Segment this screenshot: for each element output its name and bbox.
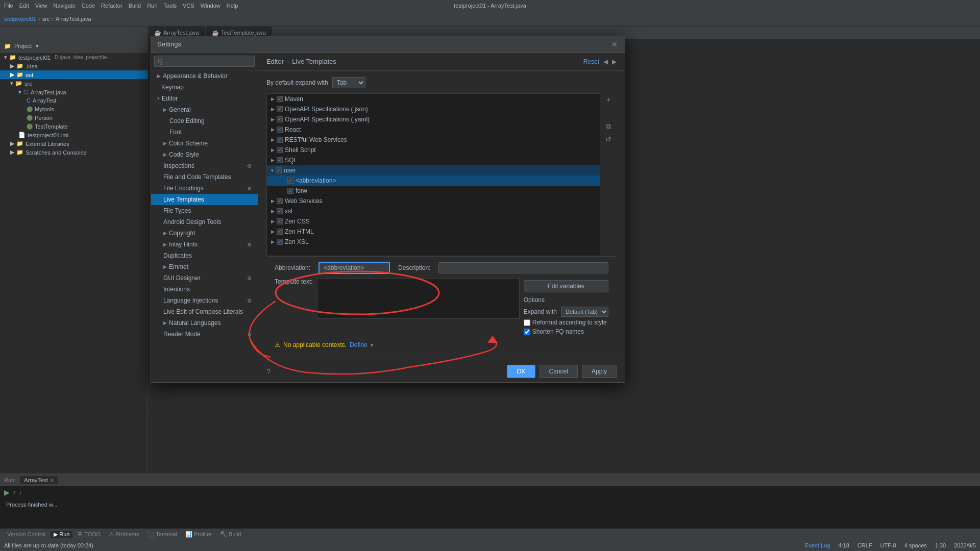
checkbox-openapi-yaml[interactable] xyxy=(277,116,283,122)
group-openapi-json[interactable]: ▶ OpenAPI Specifications (.json) xyxy=(267,104,600,114)
nav-general[interactable]: ▶ General xyxy=(151,104,258,115)
nav-label-file-types: File Types xyxy=(163,207,191,214)
group-label-zen-xsl: Zen XSL xyxy=(285,238,309,245)
copy-template-btn[interactable]: ⧉ xyxy=(602,120,615,132)
arrow-ws: ▶ xyxy=(271,198,275,204)
reset-template-btn[interactable]: ↺ xyxy=(602,133,615,145)
add-template-btn[interactable]: + xyxy=(602,93,615,106)
template-text-row: Template text: Edit variables Options Ex… xyxy=(275,278,608,337)
nav-lang-injections[interactable]: Language Injections ⚙ xyxy=(151,295,258,306)
settings-search-input[interactable] xyxy=(154,56,255,67)
nav-gui-designer[interactable]: GUI Designer ⚙ xyxy=(151,272,258,284)
nav-font[interactable]: Font xyxy=(151,127,258,138)
group-zen-css[interactable]: ▶ Zen CSS xyxy=(267,216,600,227)
checkbox-forw[interactable] xyxy=(287,188,293,194)
remove-template-btn[interactable]: − xyxy=(602,107,615,119)
nav-appearance[interactable]: ▶ Appearance & Behavior xyxy=(151,70,258,82)
checkbox-openapi-json[interactable] xyxy=(277,106,283,112)
reset-link[interactable]: Reset xyxy=(583,58,599,65)
group-sql[interactable]: ▶ SQL xyxy=(267,155,600,165)
settings-icon-enc: ⚙ xyxy=(247,186,252,191)
checkbox-ws[interactable] xyxy=(277,198,283,204)
group-react[interactable]: ▶ React xyxy=(267,124,600,135)
nav-emmet[interactable]: ▶ Emmet xyxy=(151,261,258,272)
group-openapi-yaml[interactable]: ▶ OpenAPI Specifications (.yaml) xyxy=(267,114,600,124)
nav-label-code-style: Code Style xyxy=(169,151,199,158)
group-label-openapi-json: OpenAPI Specifications (.json) xyxy=(285,106,368,113)
nav-inspections[interactable]: Inspections ⚙ xyxy=(151,160,258,171)
nav-live-edit-compose[interactable]: Live Edit of Compose Literals xyxy=(151,306,258,317)
group-label-zen-css: Zen CSS xyxy=(285,218,310,225)
shorten-fq-row: Shorten FQ names xyxy=(524,328,608,335)
reformat-checkbox[interactable] xyxy=(524,319,530,326)
breadcrumb: Editor › Live Templates xyxy=(266,58,336,65)
arrow-openapi-yaml: ▶ xyxy=(271,117,275,122)
checkbox-maven[interactable] xyxy=(277,96,283,102)
template-text-label: Template text: xyxy=(275,278,313,285)
settings-icon-inspections: ⚙ xyxy=(247,163,252,169)
expand-with-select[interactable]: Tab Enter Space xyxy=(332,77,365,88)
group-shell[interactable]: ▶ Shell Script xyxy=(267,145,600,155)
dialog-close-button[interactable]: ✕ xyxy=(610,40,619,48)
checkbox-restful[interactable] xyxy=(277,137,283,143)
cancel-button[interactable]: Cancel xyxy=(540,365,578,378)
nav-label-gui: GUI Designer xyxy=(163,274,201,282)
checkbox-shell[interactable] xyxy=(277,147,283,153)
abbreviation-input[interactable] xyxy=(318,262,390,274)
expand-arrow-inlay: ▶ xyxy=(163,242,167,247)
expand-arrow-copyright: ▶ xyxy=(163,231,167,236)
expand-with-option-select[interactable]: Default (Tab) Tab Enter xyxy=(561,307,608,317)
nav-label-editor: Editor xyxy=(162,95,178,102)
group-label-sql: SQL xyxy=(285,157,297,164)
edit-variables-btn[interactable]: Edit variables xyxy=(524,280,608,292)
group-maven[interactable]: ▶ Maven xyxy=(267,94,600,104)
checkbox-user[interactable] xyxy=(276,167,282,173)
group-xsl[interactable]: ▶ xsl xyxy=(267,206,600,216)
templates-list-area: ▶ Maven ▶ OpenAPI Specifications (.json)… xyxy=(266,93,617,256)
checkbox-xsl[interactable] xyxy=(277,208,283,214)
checkbox-sql[interactable] xyxy=(277,157,283,163)
checkbox-zen-xsl[interactable] xyxy=(277,239,283,245)
nav-copyright[interactable]: ▶ Copyright xyxy=(151,228,258,239)
checkbox-abbrev[interactable] xyxy=(287,178,293,184)
group-label-maven: Maven xyxy=(285,95,303,103)
reformat-option-row: Reformat according to style xyxy=(524,319,608,326)
expand-arrow-color: ▶ xyxy=(163,141,167,146)
checkbox-zen-css[interactable] xyxy=(277,218,283,224)
template-item-abbreviation[interactable]: <abbreviation> xyxy=(267,176,600,186)
shorten-fq-checkbox[interactable] xyxy=(524,329,530,335)
checkbox-zen-html[interactable] xyxy=(277,229,283,235)
ok-button[interactable]: OK xyxy=(507,365,535,378)
nav-code-editing[interactable]: Code Editing xyxy=(151,115,258,127)
nav-inlay-hints[interactable]: ▶ Inlay Hints ⚙ xyxy=(151,239,258,250)
nav-editor[interactable]: ▾ Editor xyxy=(151,93,258,104)
nav-color-scheme[interactable]: ▶ Color Scheme xyxy=(151,138,258,149)
group-zen-html[interactable]: ▶ Zen HTML xyxy=(267,227,600,237)
group-restful[interactable]: ▶ RESTful Web Services xyxy=(267,135,600,145)
nav-natural-lang[interactable]: ▶ Natural Languages xyxy=(151,317,258,329)
apply-button[interactable]: Apply xyxy=(582,365,617,378)
nav-duplicates[interactable]: Duplicates xyxy=(151,250,258,261)
nav-back-btn[interactable]: ◀ xyxy=(603,58,608,65)
reformat-label: Reformat according to style xyxy=(532,319,607,326)
checkbox-react[interactable] xyxy=(277,127,283,133)
define-link[interactable]: Define xyxy=(350,341,368,348)
group-zen-xsl[interactable]: ▶ Zen XSL xyxy=(267,237,600,247)
help-btn[interactable]: ? xyxy=(266,367,271,375)
nav-code-style[interactable]: ▶ Code Style xyxy=(151,149,258,160)
group-user[interactable]: ▾ user xyxy=(267,165,600,176)
nav-file-code-templates[interactable]: File and Code Templates xyxy=(151,171,258,183)
template-label-forw: forw xyxy=(296,187,307,194)
group-webservices[interactable]: ▶ Web Services xyxy=(267,196,600,206)
description-input[interactable] xyxy=(438,262,608,273)
nav-file-types[interactable]: File Types xyxy=(151,205,258,216)
nav-file-encodings[interactable]: File Encodings ⚙ xyxy=(151,183,258,194)
template-item-forw[interactable]: forw xyxy=(267,186,600,196)
nav-live-templates[interactable]: Live Templates xyxy=(151,194,258,205)
nav-forward-btn[interactable]: ▶ xyxy=(612,58,617,65)
nav-intentions[interactable]: Intentions xyxy=(151,284,258,295)
nav-reader-mode[interactable]: Reader Mode ⚙ xyxy=(151,329,258,340)
nav-keymap[interactable]: Keymap xyxy=(151,82,258,93)
template-text-editor[interactable] xyxy=(317,278,520,319)
nav-android-design[interactable]: Android Design Tools xyxy=(151,216,258,228)
